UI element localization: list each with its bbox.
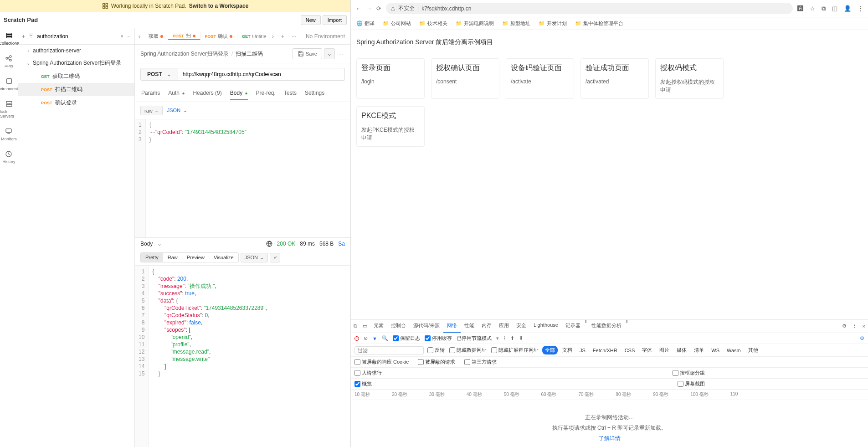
learn-more-link[interactable]: 了解详情 <box>599 435 621 442</box>
filter-toggle-icon[interactable]: ▼ <box>372 336 377 341</box>
tree-search-input[interactable] <box>37 33 118 40</box>
reload-icon[interactable]: ⟳ <box>376 5 381 12</box>
bookmark-item[interactable]: 📁技术相关 <box>419 20 447 27</box>
tree-more-icon[interactable]: ··· <box>126 33 131 40</box>
request-tab[interactable]: GETUntitle <box>237 34 268 39</box>
request-more-icon[interactable]: ··· <box>337 51 345 57</box>
type-filter-全部[interactable]: 全部 <box>542 346 558 355</box>
tabs-next-icon[interactable]: › <box>268 33 277 40</box>
nav-card[interactable]: 授权码模式发起授权码模式的授权申请 <box>655 58 724 99</box>
filter-icon[interactable] <box>28 32 34 40</box>
translate-icon[interactable]: 🅰 <box>797 5 803 12</box>
folder-item[interactable]: ⌄Spring Authorization Server扫码登录 <box>18 57 134 70</box>
sub-tab-tests[interactable]: Tests <box>284 87 297 100</box>
type-filter-WS[interactable]: WS <box>709 347 722 354</box>
nav-card[interactable]: 设备码验证页面/activate <box>506 58 574 99</box>
add-collection-icon[interactable]: + <box>22 33 25 40</box>
new-button[interactable]: New <box>301 15 321 25</box>
type-filter-JS[interactable]: JS <box>577 347 588 354</box>
request-body-editor[interactable]: 123 {····"qrCodeId": "174931445483258470… <box>135 119 350 237</box>
download-icon[interactable]: ⬇ <box>519 335 523 341</box>
devtools-tab[interactable]: 性能数据分析 <box>588 319 625 333</box>
profile-icon[interactable]: 👤 <box>844 5 851 12</box>
sub-tab-settings[interactable]: Settings <box>305 87 324 100</box>
breadcrumb-parent[interactable]: Spring Authorization Server扫码登录 <box>140 50 229 58</box>
bookmark-item[interactable]: 📁开源电商说明 <box>456 20 494 27</box>
devtools-tab[interactable]: 性能 <box>461 319 478 333</box>
globe-icon[interactable] <box>266 241 272 247</box>
devtools-tab[interactable]: 应用 <box>495 319 513 333</box>
sidebar-item-environments[interactable]: nvironments <box>0 77 20 91</box>
request-tab[interactable]: 获取 <box>144 33 168 40</box>
inspect-icon[interactable]: ⧉ <box>351 321 360 331</box>
sub-tab-headers[interactable]: Headers (9) <box>193 87 221 100</box>
star-icon[interactable]: ☆ <box>810 5 815 12</box>
throttle-dropdown-icon[interactable]: ▾ <box>496 335 499 341</box>
device-toggle-icon[interactable]: ▭ <box>360 321 370 331</box>
sidebar-item-mockservers[interactable]: lock Servers <box>0 100 18 118</box>
type-filter-其他[interactable]: 其他 <box>745 346 761 355</box>
record-icon[interactable] <box>354 336 359 341</box>
nav-card[interactable]: 登录页面/login <box>356 58 425 99</box>
nav-card[interactable]: PKCE模式发起PKCE模式的授权申请 <box>356 106 425 147</box>
save-dropdown-icon[interactable]: ⌄ <box>324 48 335 59</box>
bookmark-item[interactable]: 📁开发计划 <box>539 20 567 27</box>
response-view-raw[interactable]: Raw <box>163 253 182 262</box>
type-filter-图片[interactable]: 图片 <box>657 346 672 355</box>
devtools-tab[interactable]: 控制台 <box>387 319 410 333</box>
tabs-more-icon[interactable]: ··· <box>288 33 300 40</box>
network-filter-input[interactable] <box>354 346 424 355</box>
body-raw-selector[interactable]: raw ⌄ <box>140 106 163 115</box>
search-icon[interactable]: 🔍 <box>382 335 388 341</box>
sub-tab-params[interactable]: Params <box>141 87 160 100</box>
settings-icon[interactable]: ⚙ <box>839 321 849 331</box>
devtools-tab[interactable]: 元素 <box>370 319 387 333</box>
devtools-tab[interactable]: 内存 <box>478 319 495 333</box>
checkbox-概览[interactable]: 概览 <box>354 380 372 387</box>
request-tab[interactable]: POST确认 <box>200 33 238 40</box>
response-wrap-icon[interactable]: ⤶ <box>270 253 280 262</box>
folder-item[interactable]: ›authorization-server <box>18 45 134 57</box>
response-view-visualize[interactable]: Visualize <box>209 253 238 262</box>
bookmark-item[interactable]: 📁原型地址 <box>502 20 530 27</box>
wifi-icon[interactable]: ⌇ <box>503 335 506 341</box>
checkbox-保留日志[interactable]: 保留日志 <box>393 335 420 342</box>
tabs-add-icon[interactable]: + <box>277 33 288 40</box>
import-button[interactable]: Import <box>323 15 347 25</box>
type-filter-清单[interactable]: 清单 <box>691 346 707 355</box>
devtools-tab[interactable]: 网络 <box>443 319 461 333</box>
network-settings-icon[interactable]: ⚙ <box>860 335 864 341</box>
type-filter-Wasm[interactable]: Wasm <box>724 347 744 354</box>
banner-link[interactable]: Switch to a Workspace <box>189 3 248 9</box>
checkbox-反转[interactable]: 反转 <box>427 347 445 354</box>
sidebar-item-history[interactable]: History <box>2 150 15 164</box>
type-filter-CSS[interactable]: CSS <box>622 347 638 354</box>
request-item[interactable]: POST确认登录 <box>18 96 134 109</box>
response-body-viewer[interactable]: 123456789101112131415 { "code": 200, "me… <box>135 266 350 447</box>
devtools-tab[interactable]: Lighthouse <box>530 319 562 333</box>
request-item[interactable]: POST扫描二维码 <box>18 83 134 96</box>
tabs-prev-icon[interactable]: ‹ <box>135 33 144 40</box>
sub-tab-prereq[interactable]: Pre-req. <box>256 87 276 100</box>
checkbox-隐藏数据网址[interactable]: 隐藏数据网址 <box>449 347 487 354</box>
sidebar-item-monitors[interactable]: Monitors <box>1 128 17 141</box>
response-format-selector[interactable]: JSON ⌄ <box>241 253 268 262</box>
method-selector[interactable]: POST ⌄ <box>140 68 178 81</box>
sidebar-item-apis[interactable]: APIs <box>5 55 13 68</box>
clear-search-icon[interactable]: × <box>120 33 123 40</box>
sub-tab-auth[interactable]: Auth ● <box>168 87 185 100</box>
response-view-pretty[interactable]: Pretty <box>141 253 163 262</box>
body-format-selector[interactable]: JSON ⌄ <box>167 108 187 113</box>
checkbox-按框架分组[interactable]: 按框架分组 <box>673 370 705 376</box>
checkbox-大请求行[interactable]: 大请求行 <box>354 370 382 376</box>
close-devtools-icon[interactable]: × <box>860 322 868 331</box>
checkbox-停用缓存[interactable]: 停用缓存 <box>425 335 452 342</box>
url-input[interactable] <box>178 68 345 81</box>
upload-icon[interactable]: ⬆ <box>510 335 514 341</box>
checkbox-被屏蔽的请求[interactable]: 被屏蔽的请求 <box>418 359 455 365</box>
devtools-tab[interactable]: 记录器 <box>562 319 584 333</box>
checkbox-被屏蔽的响应 Cookie[interactable]: 被屏蔽的响应 Cookie <box>354 359 409 365</box>
devtools-tab[interactable]: 源代码/来源 <box>410 319 443 333</box>
back-icon[interactable]: ← <box>355 5 361 12</box>
nav-card[interactable]: 授权确认页面/consent <box>431 58 499 99</box>
